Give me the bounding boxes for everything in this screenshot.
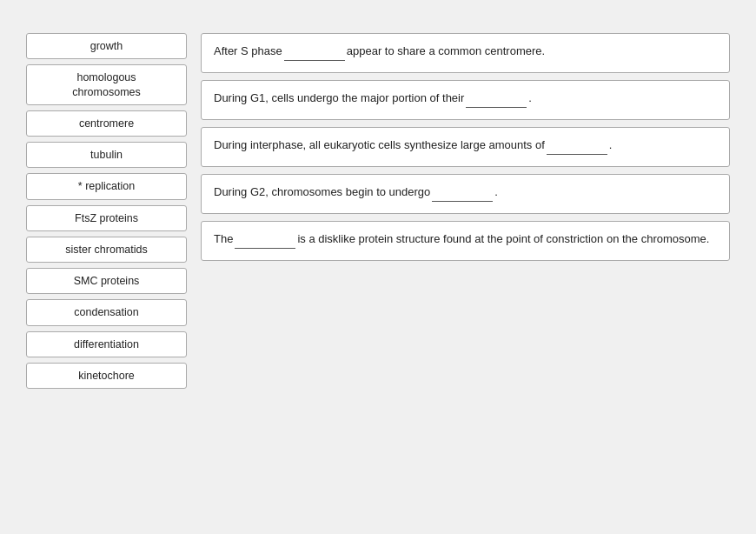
sentences-column: After S phase appear to share a common c… [201, 33, 730, 261]
sentence-1-text-before: After S phase [214, 44, 282, 57]
sentence-1-text-after: appear to share a common centromere. [347, 44, 545, 57]
sentence-5-blank[interactable] [235, 230, 295, 249]
sentence-4-text-after: . [494, 185, 498, 198]
sentence-3-text-before: During interphase, all eukaryotic cells … [214, 138, 545, 151]
sentence-2-blank[interactable] [466, 90, 527, 108]
term-homologous-chromosomes[interactable]: homologous chromosomes [26, 64, 187, 105]
sentence-3-blank[interactable] [547, 137, 607, 155]
sentence-5-text-after: is a disklike protein structure found at… [297, 232, 709, 245]
sentence-4-text-before: During G2, chromosomes begin to undergo [214, 185, 430, 198]
term-ftsz-proteins[interactable]: FtsZ proteins [26, 205, 187, 231]
term-growth[interactable]: growth [26, 33, 187, 59]
term-condensation[interactable]: condensation [26, 299, 187, 325]
term-centromere[interactable]: centromere [26, 110, 187, 137]
main-area: growthhomologous chromosomescentromeretu… [26, 33, 730, 389]
sentence-5: The is a disklike protein structure foun… [201, 221, 730, 261]
sentence-3: During interphase, all eukaryotic cells … [201, 127, 730, 167]
sentence-4: During G2, chromosomes begin to undergo … [201, 174, 730, 214]
sentence-4-blank[interactable] [432, 184, 493, 202]
sentence-2-text-before: During G1, cells undergo the major porti… [214, 91, 464, 104]
sentence-3-text-after: . [609, 138, 613, 151]
term-smc-proteins[interactable]: SMC proteins [26, 268, 187, 294]
sentence-1: After S phase appear to share a common c… [201, 33, 730, 73]
term-sister-chromatids[interactable]: sister chromatids [26, 237, 187, 263]
term-differentiation[interactable]: differentiation [26, 331, 187, 357]
sentence-1-blank[interactable] [284, 43, 345, 61]
terms-column: growthhomologous chromosomescentromeretu… [26, 33, 187, 389]
sentence-5-text-before: The [214, 232, 233, 245]
term-tubulin[interactable]: tubulin [26, 142, 187, 168]
term-kinetochore[interactable]: kinetochore [26, 363, 187, 389]
term-replication[interactable]: * replication [26, 173, 187, 199]
sentence-2-text-after: . [528, 91, 532, 104]
sentence-2: During G1, cells undergo the major porti… [201, 80, 730, 120]
